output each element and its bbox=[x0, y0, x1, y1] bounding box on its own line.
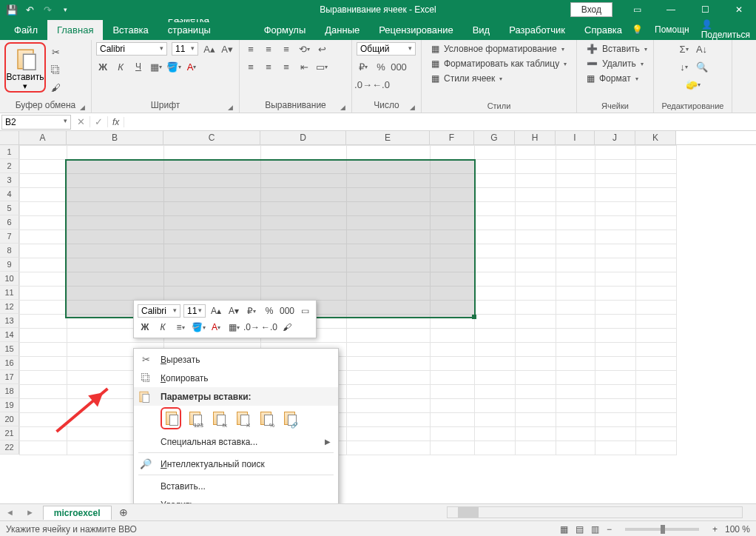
paste-option-values[interactable]: 123 bbox=[184, 407, 205, 429]
ctx-paste-special[interactable]: Специальная вставка...▶ bbox=[134, 432, 338, 451]
cell[interactable] bbox=[516, 160, 556, 174]
cell[interactable] bbox=[347, 371, 431, 385]
page-layout-view-icon[interactable]: ▤ bbox=[576, 524, 584, 535]
cell[interactable] bbox=[475, 315, 516, 329]
row-header[interactable]: 18 bbox=[0, 384, 19, 398]
column-header[interactable]: I bbox=[556, 131, 595, 144]
increase-font-icon[interactable]: A▴ bbox=[203, 42, 216, 56]
row-header[interactable]: 16 bbox=[0, 356, 19, 370]
conditional-formatting-button[interactable]: ▦ Условное форматирование bbox=[426, 42, 570, 56]
cell[interactable] bbox=[556, 272, 595, 287]
fill-icon[interactable]: ↓ bbox=[678, 60, 691, 73]
align-center-icon[interactable]: ≡ bbox=[262, 60, 275, 73]
cell[interactable] bbox=[347, 413, 431, 427]
bold-icon[interactable]: Ж bbox=[96, 60, 109, 73]
mini-dec-dec-icon[interactable]: ←.0 bbox=[262, 320, 277, 335]
row-header[interactable]: 12 bbox=[0, 300, 19, 314]
cell[interactable] bbox=[556, 230, 595, 244]
zoom-out-icon[interactable]: − bbox=[607, 524, 612, 535]
delete-cells-button[interactable]: ➖ Удалить bbox=[581, 57, 649, 70]
cell[interactable] bbox=[475, 188, 516, 202]
cell[interactable] bbox=[20, 244, 67, 258]
cell[interactable] bbox=[20, 441, 67, 455]
underline-icon[interactable]: Ч bbox=[132, 60, 145, 73]
cell[interactable] bbox=[516, 272, 556, 287]
cell[interactable] bbox=[516, 202, 556, 216]
cell[interactable] bbox=[556, 371, 595, 385]
cell[interactable] bbox=[516, 399, 556, 413]
cell[interactable] bbox=[556, 258, 595, 272]
align-left-icon[interactable]: ≡ bbox=[244, 60, 257, 73]
row-header[interactable]: 9 bbox=[0, 258, 19, 272]
wrap-text-icon[interactable]: ↩ bbox=[315, 42, 328, 56]
font-size-combo[interactable]: 11 bbox=[172, 42, 198, 56]
merge-icon[interactable]: ▭ bbox=[315, 60, 328, 73]
cell[interactable] bbox=[516, 174, 556, 188]
mini-color-icon[interactable]: A bbox=[209, 320, 223, 335]
align-top-icon[interactable]: ≡ bbox=[244, 42, 257, 56]
cell[interactable] bbox=[636, 216, 677, 230]
cell[interactable] bbox=[431, 427, 475, 441]
login-button[interactable]: Вход bbox=[570, 2, 612, 17]
align-bottom-icon[interactable]: ≡ bbox=[280, 42, 293, 56]
cell[interactable] bbox=[556, 188, 595, 202]
close-icon[interactable]: ✕ bbox=[722, 0, 756, 19]
column-header[interactable]: K bbox=[635, 131, 676, 144]
cell[interactable] bbox=[20, 343, 67, 357]
cell[interactable] bbox=[516, 329, 556, 343]
cell[interactable] bbox=[595, 230, 636, 244]
cell[interactable] bbox=[595, 357, 636, 371]
cell[interactable] bbox=[475, 343, 516, 357]
row-header[interactable]: 10 bbox=[0, 272, 19, 286]
cell[interactable] bbox=[516, 230, 556, 244]
cell[interactable] bbox=[516, 258, 556, 272]
zoom-in-icon[interactable]: + bbox=[712, 524, 718, 535]
paste-option-formulas[interactable]: fx bbox=[208, 407, 229, 429]
fx-icon[interactable]: fx bbox=[108, 117, 124, 127]
cell[interactable] bbox=[556, 441, 595, 455]
cell[interactable] bbox=[595, 174, 636, 188]
cell[interactable] bbox=[20, 329, 67, 343]
cell[interactable] bbox=[20, 385, 67, 399]
cell[interactable] bbox=[556, 146, 595, 160]
cell[interactable] bbox=[347, 343, 431, 357]
cell[interactable] bbox=[431, 343, 475, 357]
cell[interactable] bbox=[556, 301, 595, 315]
cell[interactable] bbox=[556, 329, 595, 343]
ctx-delete[interactable]: Удалить... bbox=[134, 495, 338, 503]
sort-icon[interactable]: A↓ bbox=[695, 42, 709, 56]
column-header[interactable]: G bbox=[474, 131, 515, 144]
cell[interactable] bbox=[20, 371, 67, 385]
cell[interactable] bbox=[516, 216, 556, 230]
cell[interactable] bbox=[636, 385, 677, 399]
cell[interactable] bbox=[431, 146, 475, 160]
cell[interactable] bbox=[475, 160, 516, 174]
cell[interactable] bbox=[347, 146, 431, 160]
cell[interactable] bbox=[20, 315, 67, 329]
cell[interactable] bbox=[475, 146, 516, 160]
horizontal-scrollbar[interactable] bbox=[447, 506, 743, 518]
borders-icon[interactable]: ▦ bbox=[149, 60, 163, 73]
cell[interactable] bbox=[475, 413, 516, 427]
align-middle-icon[interactable]: ≡ bbox=[262, 42, 275, 56]
autosum-icon[interactable]: Σ bbox=[678, 42, 691, 56]
row-header[interactable]: 22 bbox=[0, 440, 19, 455]
cell[interactable] bbox=[20, 301, 67, 315]
ctx-copy[interactable]: ⿻Копировать bbox=[134, 369, 338, 387]
cell[interactable] bbox=[475, 174, 516, 188]
row-header[interactable]: 17 bbox=[0, 370, 19, 384]
cell[interactable] bbox=[636, 343, 677, 357]
cell[interactable] bbox=[556, 174, 595, 188]
find-icon[interactable]: 🔍 bbox=[695, 60, 709, 73]
minimize-icon[interactable]: — bbox=[654, 0, 688, 19]
cell[interactable] bbox=[516, 427, 556, 441]
currency-icon[interactable]: ₽ bbox=[357, 60, 370, 73]
font-color-icon[interactable]: A bbox=[185, 60, 198, 73]
cell[interactable] bbox=[556, 357, 595, 371]
font-name-combo[interactable]: Calibri bbox=[96, 42, 167, 56]
cell[interactable] bbox=[516, 343, 556, 357]
cell[interactable] bbox=[636, 399, 677, 413]
mini-decrease-font-icon[interactable]: A▾ bbox=[226, 304, 241, 318]
cell[interactable] bbox=[636, 301, 677, 315]
launcher-icon[interactable]: ◢ bbox=[410, 104, 415, 111]
